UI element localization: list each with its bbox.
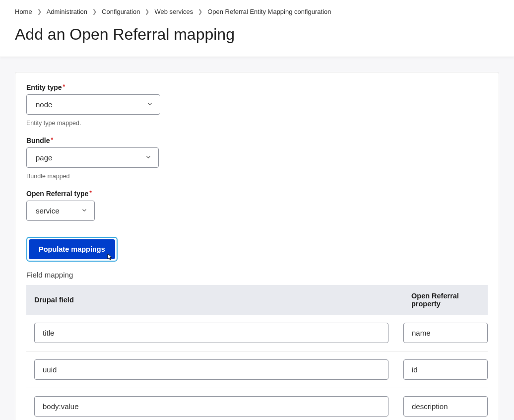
required-indicator: *	[89, 190, 92, 197]
content-region: Entity type* node Entity type mapped. Bu…	[0, 57, 514, 420]
table-header-or: Open Referral property	[403, 285, 488, 315]
breadcrumb: Home ❯ Administration ❯ Configuration ❯ …	[0, 0, 514, 20]
chevron-right-icon: ❯	[37, 8, 42, 15]
field-mapping-table: Drupal field Open Referral property titl…	[26, 285, 488, 420]
or-property-select[interactable]: description	[403, 396, 488, 417]
required-indicator: *	[63, 83, 65, 90]
entity-type-select[interactable]: node	[26, 94, 160, 115]
chevron-right-icon: ❯	[198, 8, 202, 15]
drupal-field-select[interactable]: body:value	[34, 396, 388, 417]
or-type-select[interactable]: service	[26, 201, 95, 221]
entity-type-field: Entity type* node Entity type mapped.	[26, 83, 488, 127]
breadcrumb-administration[interactable]: Administration	[47, 8, 87, 15]
entity-type-label: Entity type*	[26, 83, 65, 91]
or-property-select[interactable]: name	[403, 323, 488, 343]
breadcrumb-current: Open Referral Entity Mapping configurati…	[207, 8, 331, 15]
breadcrumb-configuration[interactable]: Configuration	[102, 8, 140, 15]
chevron-right-icon: ❯	[145, 8, 149, 15]
entity-type-description: Entity type mapped.	[26, 120, 488, 127]
chevron-right-icon: ❯	[92, 8, 97, 15]
bundle-label: Bundle*	[26, 137, 53, 144]
page-title: Add an Open Referral mapping	[15, 25, 499, 44]
table-row: body:value description	[26, 388, 488, 420]
required-indicator: *	[51, 137, 53, 143]
bundle-select[interactable]: page	[26, 147, 159, 168]
or-type-label: Open Referral type*	[26, 190, 92, 198]
table-row: uuid id	[26, 351, 488, 388]
breadcrumb-home[interactable]: Home	[15, 8, 32, 15]
or-property-select[interactable]: id	[403, 359, 488, 380]
populate-button-focus-ring: Populate mappings	[26, 237, 118, 262]
bundle-field: Bundle* page Bundle mapped	[26, 137, 488, 180]
breadcrumb-web-services[interactable]: Web services	[154, 8, 193, 15]
table-row: title name	[26, 315, 488, 351]
bundle-description: Bundle mapped	[26, 173, 488, 180]
populate-mappings-button[interactable]: Populate mappings	[29, 239, 115, 259]
table-header-drupal: Drupal field	[26, 285, 403, 315]
page-header: Add an Open Referral mapping	[0, 20, 514, 57]
drupal-field-select[interactable]: uuid	[34, 359, 388, 380]
form-card: Entity type* node Entity type mapped. Bu…	[15, 72, 499, 420]
field-mapping-legend: Field mapping	[26, 271, 488, 279]
drupal-field-select[interactable]: title	[34, 323, 388, 343]
or-type-field: Open Referral type* service	[26, 190, 488, 221]
